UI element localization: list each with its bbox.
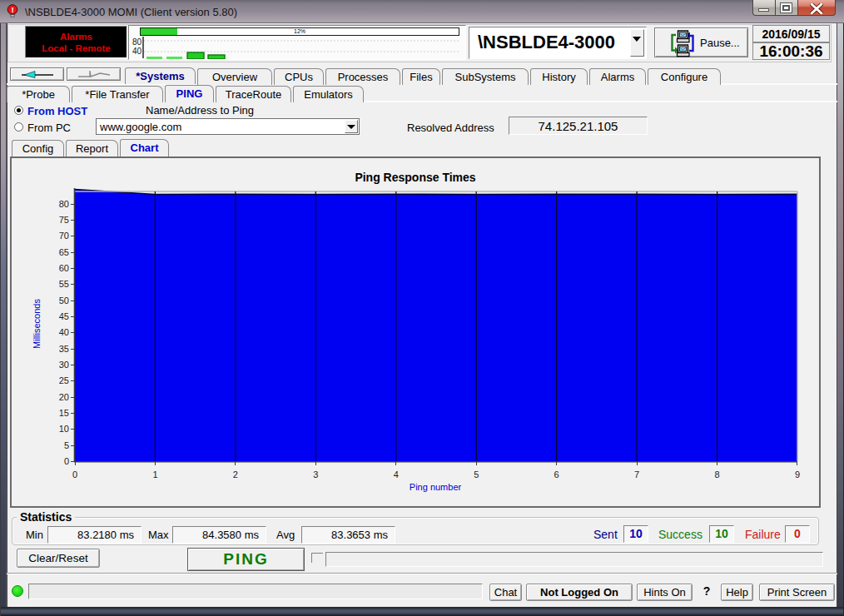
svg-text:!: ! bbox=[11, 5, 13, 14]
